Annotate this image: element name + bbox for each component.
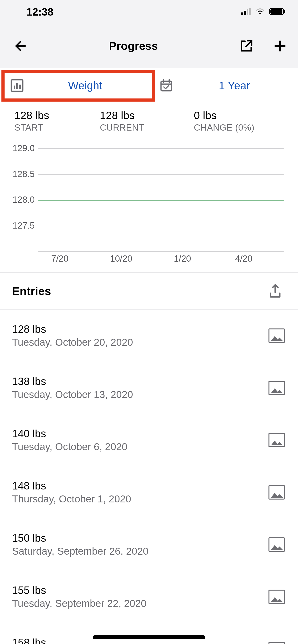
svg-rect-2 <box>247 9 248 15</box>
svg-marker-13 <box>271 388 283 393</box>
wifi-icon <box>255 8 265 16</box>
share-button[interactable] <box>238 38 255 54</box>
nav-bar: Progress <box>0 24 298 68</box>
svg-rect-11 <box>161 81 172 91</box>
svg-marker-12 <box>271 336 283 341</box>
image-icon[interactable] <box>268 328 285 343</box>
entry-text: 148 lbsThursday, October 1, 2020 <box>12 480 131 505</box>
chart-x-tick: 1/20 <box>174 254 191 276</box>
chart-x-tick: 7/20 <box>51 254 68 276</box>
summary-current-label: CURRENT <box>100 123 194 133</box>
chart-x-tick: 4/20 <box>235 254 252 276</box>
entry-value: 150 lbs <box>12 532 148 544</box>
chart-baseline <box>38 251 284 252</box>
entry-value: 128 lbs <box>12 323 133 335</box>
entry-row[interactable]: 148 lbsThursday, October 1, 2020 <box>0 466 298 518</box>
status-icons <box>241 8 286 16</box>
cellular-icon <box>241 8 251 16</box>
entry-date: Tuesday, October 6, 2020 <box>12 441 127 452</box>
chart-x-tick: 10/20 <box>110 254 132 276</box>
chart-y-tick: 128.5 <box>13 169 35 179</box>
back-button[interactable] <box>12 38 29 54</box>
svg-rect-3 <box>249 8 251 15</box>
entry-value: 140 lbs <box>12 428 127 440</box>
summary-row: 128 lbs START 128 lbs CURRENT 0 lbs CHAN… <box>0 103 298 139</box>
summary-change-value: 0 lbs <box>194 109 284 122</box>
summary-change: 0 lbs CHANGE (0%) <box>194 109 284 133</box>
summary-start-value: 128 lbs <box>14 109 100 122</box>
entries-list: 128 lbsTuesday, October 20, 2020138 lbsT… <box>0 310 298 644</box>
range-tab[interactable]: 1 Year <box>149 68 298 103</box>
entry-date: Saturday, September 26, 2020 <box>12 546 148 557</box>
entry-text: 128 lbsTuesday, October 20, 2020 <box>12 323 133 348</box>
svg-rect-0 <box>241 12 243 15</box>
image-icon[interactable] <box>268 433 285 447</box>
export-button[interactable] <box>267 283 284 300</box>
app-screen: 12:38 Progress <box>0 0 298 644</box>
chart-y-tick: 127.5 <box>13 221 35 231</box>
summary-current-value: 128 lbs <box>100 109 194 122</box>
image-icon[interactable] <box>268 538 285 552</box>
tabs-row: Weight 1 Year <box>0 68 298 103</box>
summary-start-label: START <box>14 123 100 133</box>
status-time: 12:38 <box>26 6 54 18</box>
svg-rect-9 <box>16 83 18 89</box>
plus-icon <box>274 40 286 52</box>
entry-row[interactable]: 140 lbsTuesday, October 6, 2020 <box>0 414 298 466</box>
range-tab-label: 1 Year <box>181 79 288 92</box>
chart-gridline <box>38 226 284 226</box>
svg-marker-15 <box>271 493 283 498</box>
entry-date: Tuesday, October 13, 2020 <box>12 389 133 400</box>
summary-change-label: CHANGE (0%) <box>194 123 284 133</box>
entry-row[interactable]: 138 lbsTuesday, October 13, 2020 <box>0 362 298 414</box>
chart-series-line <box>38 200 284 200</box>
chart-gridline <box>38 174 284 175</box>
entries-title: Entries <box>12 284 51 298</box>
svg-rect-10 <box>19 84 21 89</box>
entry-row[interactable]: 128 lbsTuesday, October 20, 2020 <box>0 310 298 362</box>
add-button[interactable] <box>272 38 288 54</box>
entry-value: 148 lbs <box>12 480 131 492</box>
svg-marker-16 <box>271 545 283 550</box>
entry-text: 150 lbsSaturday, September 26, 2020 <box>12 532 148 557</box>
metric-tab-label: Weight <box>31 79 139 92</box>
svg-marker-14 <box>271 440 283 446</box>
summary-start: 128 lbs START <box>14 109 100 133</box>
chart-gridline <box>38 148 284 149</box>
external-link-icon <box>240 39 253 53</box>
entry-row[interactable]: 158 lbsFriday, September 18, 2020 <box>0 623 298 644</box>
entry-date: Tuesday, September 22, 2020 <box>12 598 146 609</box>
entry-text: 155 lbsTuesday, September 22, 2020 <box>12 584 146 609</box>
battery-icon <box>269 8 286 16</box>
entry-row[interactable]: 155 lbsTuesday, September 22, 2020 <box>0 571 298 623</box>
metric-tab[interactable]: Weight <box>0 68 149 103</box>
chart-y-tick: 129.0 <box>13 143 35 153</box>
home-indicator <box>93 636 205 639</box>
image-icon[interactable] <box>268 381 285 395</box>
chart: 7/2010/201/204/20 129.0128.5128.0127.5 <box>0 139 298 272</box>
status-bar: 12:38 <box>0 0 298 24</box>
summary-current: 128 lbs CURRENT <box>100 109 194 133</box>
image-icon[interactable] <box>268 485 285 500</box>
entry-date: Tuesday, October 20, 2020 <box>12 336 133 348</box>
entry-text: 138 lbsTuesday, October 13, 2020 <box>12 376 133 400</box>
svg-rect-1 <box>244 11 246 15</box>
image-icon[interactable] <box>268 642 285 644</box>
svg-marker-17 <box>271 597 283 602</box>
entry-row[interactable]: 150 lbsSaturday, September 26, 2020 <box>0 518 298 571</box>
chart-y-tick: 128.0 <box>13 195 35 205</box>
svg-rect-6 <box>284 10 285 13</box>
entry-value: 138 lbs <box>12 376 133 388</box>
bar-chart-icon <box>10 78 25 93</box>
page-title: Progress <box>109 39 158 52</box>
calendar-icon <box>159 78 174 93</box>
entries-header: Entries <box>0 272 298 310</box>
image-icon[interactable] <box>268 590 285 604</box>
entry-date: Thursday, October 1, 2020 <box>12 493 131 505</box>
svg-rect-5 <box>270 9 282 14</box>
entry-value: 155 lbs <box>12 584 146 596</box>
arrow-left-icon <box>14 40 27 52</box>
entry-text: 140 lbsTuesday, October 6, 2020 <box>12 428 127 452</box>
svg-rect-8 <box>14 86 15 89</box>
upload-icon <box>268 284 282 298</box>
